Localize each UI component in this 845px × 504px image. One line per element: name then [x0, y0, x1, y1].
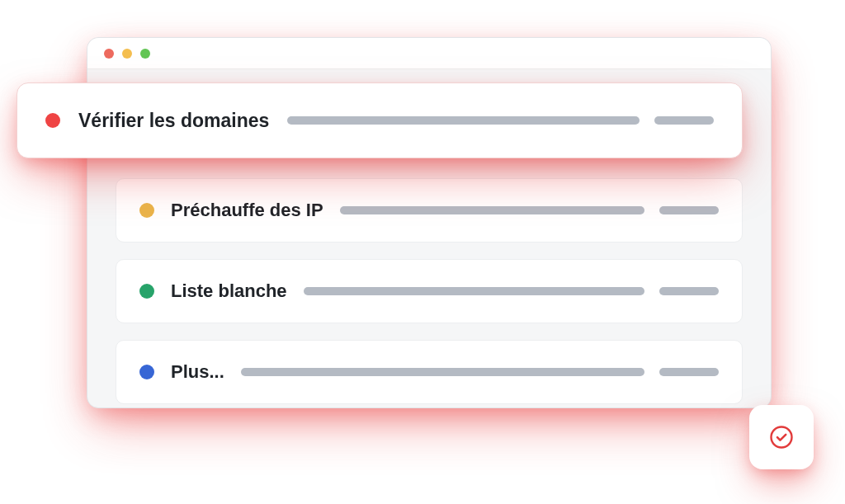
placeholder-bar-long	[287, 116, 640, 125]
list-item-label: Liste blanche	[171, 280, 287, 302]
list-item-warmup[interactable]: Préchauffe des IP	[116, 178, 743, 243]
list-item-whitelist[interactable]: Liste blanche	[116, 259, 743, 323]
list-item-label: Préchauffe des IP	[171, 200, 323, 221]
placeholder-bar-long	[340, 206, 644, 214]
minimize-icon[interactable]	[122, 49, 132, 59]
status-dot-amber-icon	[139, 203, 154, 218]
window-titlebar	[87, 38, 771, 69]
placeholder-bars	[304, 287, 719, 295]
complete-badge[interactable]	[749, 405, 814, 469]
placeholder-bar-long	[241, 368, 644, 376]
status-dot-green-icon	[139, 284, 154, 299]
placeholder-bar-short	[654, 116, 714, 125]
placeholder-bars	[340, 206, 719, 214]
placeholder-bars	[241, 368, 719, 376]
list-item-label: Plus...	[171, 361, 224, 383]
list-item-label: Vérifier les domaines	[78, 110, 269, 132]
list-item-verify-domains[interactable]: Vérifier les domaines	[17, 82, 743, 158]
list-item-more[interactable]: Plus...	[116, 340, 743, 404]
placeholder-bar-short	[659, 287, 719, 295]
zoom-icon[interactable]	[140, 49, 150, 59]
placeholder-bars	[287, 116, 714, 125]
check-circle-icon	[769, 425, 794, 450]
status-dot-blue-icon	[139, 365, 154, 379]
placeholder-bar-long	[304, 287, 644, 295]
svg-point-0	[772, 427, 792, 448]
placeholder-bar-short	[659, 206, 719, 214]
placeholder-bar-short	[659, 368, 719, 376]
status-dot-red-icon	[45, 113, 60, 128]
close-icon[interactable]	[104, 49, 114, 59]
